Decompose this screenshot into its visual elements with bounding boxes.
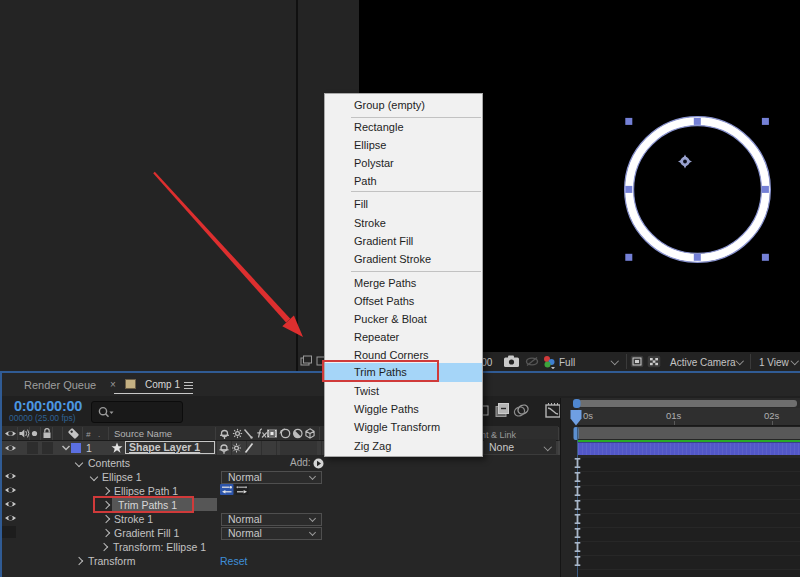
svg-text:Source Name: Source Name xyxy=(114,428,172,439)
svg-text:.: . xyxy=(98,430,100,439)
svg-text:#: # xyxy=(86,430,91,439)
svg-text:1: 1 xyxy=(86,442,92,454)
